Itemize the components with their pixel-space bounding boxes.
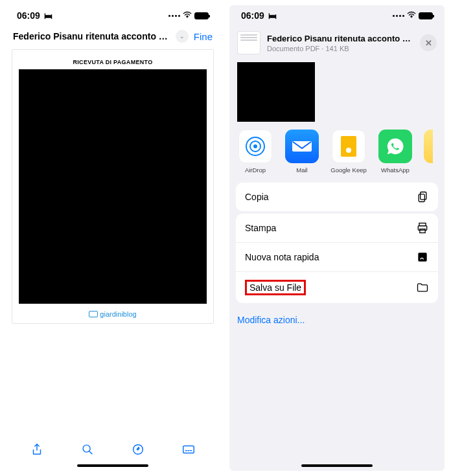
action-print[interactable]: Stampa xyxy=(236,214,438,242)
action-quick-note[interactable]: Nuova nota rapida xyxy=(236,242,438,271)
action-save-to-files[interactable]: Salva su File xyxy=(236,271,438,303)
bottom-toolbar xyxy=(5,435,220,462)
status-time: 06:09 xyxy=(241,10,264,21)
redacted-content xyxy=(19,69,207,304)
watermark-text: giardiniblog xyxy=(100,310,136,318)
document-title: Federico Pisanu ritenuta acconto co... xyxy=(13,31,170,41)
action-group-copy: Copia xyxy=(236,183,438,211)
sleep-icon: 🛏 xyxy=(268,11,277,21)
document-page[interactable]: RICEVUTA DI PAGAMENTO giardiniblog xyxy=(12,49,214,324)
action-copy[interactable]: Copia xyxy=(236,183,438,211)
action-label: Copia xyxy=(245,192,269,202)
action-label: Nuova nota rapida xyxy=(245,252,319,262)
preview-redacted xyxy=(237,62,315,122)
document-header: Federico Pisanu ritenuta acconto co... ⌄… xyxy=(5,25,220,49)
status-time: 06:09 xyxy=(17,10,40,21)
keep-icon xyxy=(341,136,356,157)
close-button[interactable]: ✕ xyxy=(420,34,437,51)
svg-rect-8 xyxy=(420,229,425,233)
app-google-keep[interactable]: Google Keep xyxy=(330,130,367,174)
battery-icon xyxy=(194,12,209,19)
cellular-icon xyxy=(393,15,404,17)
home-indicator[interactable] xyxy=(301,464,373,467)
phone-right-share-sheet: 06:09 🛏 Federico Pisanu ritenuta acconto… xyxy=(229,5,445,471)
printer-icon xyxy=(416,221,429,234)
phone-left-document-viewer: 06:09 🛏 Federico Pisanu ritenuta acconto… xyxy=(5,5,220,471)
highlighted-action: Salva su File xyxy=(245,280,306,295)
share-document-title: Federico Pisanu ritenuta acconto comp... xyxy=(267,34,413,43)
app-whatsapp[interactable]: WhatsApp xyxy=(377,130,413,174)
action-label: Stampa xyxy=(245,223,276,233)
watermark-icon xyxy=(89,311,98,317)
document-preview[interactable] xyxy=(237,62,437,122)
annotate-icon[interactable] xyxy=(181,442,196,457)
wifi-icon xyxy=(183,11,192,20)
status-bar: 06:09 🛏 xyxy=(5,5,220,25)
app-label: AirDrop xyxy=(245,166,266,174)
mail-icon xyxy=(285,130,319,163)
copy-icon xyxy=(416,190,429,203)
svg-rect-2 xyxy=(183,446,194,453)
app-airdrop[interactable]: AirDrop xyxy=(237,130,273,174)
battery-icon xyxy=(419,12,433,19)
home-indicator[interactable] xyxy=(77,464,148,467)
app-label: Google Keep xyxy=(330,166,366,174)
note-icon xyxy=(416,251,429,264)
whatsapp-icon xyxy=(378,130,412,163)
action-group-main: Stampa Nuova nota rapida Salva su File xyxy=(236,214,438,303)
status-bar: 06:09 🛏 xyxy=(229,5,445,25)
share-icon[interactable] xyxy=(30,442,44,457)
svg-rect-9 xyxy=(418,253,426,261)
svg-rect-4 xyxy=(421,192,426,200)
markup-icon[interactable] xyxy=(131,442,145,457)
share-header: Federico Pisanu ritenuta acconto comp...… xyxy=(229,25,445,62)
action-label: Salva su File xyxy=(249,282,301,293)
share-document-meta: Documento PDF · 141 KB xyxy=(267,45,413,52)
app-label: WhatsApp xyxy=(381,166,410,174)
app-notes-partial[interactable] xyxy=(424,130,433,163)
svg-point-0 xyxy=(83,445,90,452)
search-icon[interactable] xyxy=(80,442,95,457)
done-button[interactable]: Fine xyxy=(194,31,213,42)
airdrop-icon xyxy=(246,137,265,156)
edit-actions-link[interactable]: Modifica azioni... xyxy=(229,306,445,334)
folder-icon xyxy=(416,281,429,294)
document-thumbnail xyxy=(237,31,260,54)
receipt-heading: RICEVUTA DI PAGAMENTO xyxy=(73,59,153,65)
cellular-icon xyxy=(168,15,180,17)
app-label: Mail xyxy=(296,166,307,174)
watermark: giardiniblog xyxy=(89,310,136,318)
sleep-icon: 🛏 xyxy=(44,11,52,21)
svg-rect-5 xyxy=(419,194,424,202)
chevron-down-icon[interactable]: ⌄ xyxy=(176,30,189,43)
wifi-icon xyxy=(407,11,416,20)
app-mail[interactable]: Mail xyxy=(284,130,320,174)
share-apps-row[interactable]: AirDrop Mail Google Keep WhatsApp xyxy=(229,130,445,183)
